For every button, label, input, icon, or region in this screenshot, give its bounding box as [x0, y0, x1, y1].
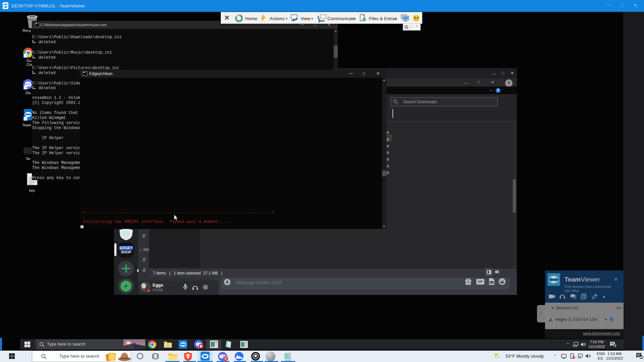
- svg-text:4: 4: [614, 344, 616, 347]
- svg-text:2: 2: [641, 356, 642, 359]
- svg-text:PDF: PDF: [490, 282, 494, 284]
